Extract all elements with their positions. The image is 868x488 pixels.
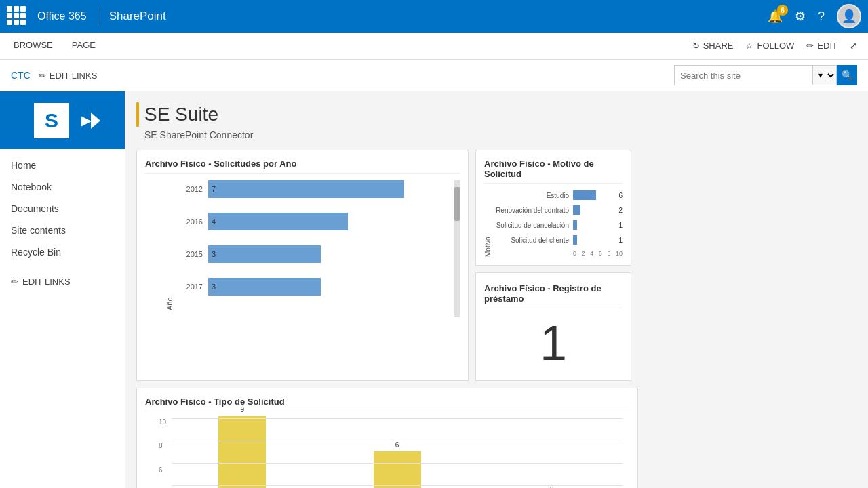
settings-icon[interactable]: ⚙ [795,9,806,24]
separator [98,7,98,26]
h-bar-2012: 7 [208,180,404,198]
follow-label: FOLLOW [757,41,794,51]
x-tick-6: 6 [599,250,602,257]
h-bar-track-2017: 3 [208,278,453,296]
h-bar-row-2016: 2016 4 [179,213,453,230]
motivo-bar-cancelacion [573,220,577,230]
chart-registro: Archivo Físico - Registro de préstamo 1 [475,272,631,381]
breadcrumb-row: CTC ✏ EDIT LINKS ▾ 🔍 [0,60,868,92]
notifications-icon[interactable]: 🔔 6 [768,9,783,24]
motivo-row-cancelacion: Solicitud de cancelación 1 [494,220,623,230]
edit-links-label: EDIT LINKS [50,70,98,81]
sidebar-item-notebook[interactable]: Notebook [0,176,125,198]
y-tick-6: 6 [159,466,166,474]
h-bar-2015: 3 [208,245,321,263]
registro-number: 1 [540,315,567,371]
top-bar: Office 365 SharePoint 🔔 6 ⚙ ? 👤 [0,0,868,33]
motivo-bar-renovacion [573,205,580,215]
share-label: SHARE [703,41,734,51]
v-bar-group-prestamo: 9 Préstamo [172,406,313,488]
h-bar-track-2015: 3 [208,245,453,263]
motivo-row-cliente: Solicitud del cliente 1 [494,235,623,245]
chart-motivo-title: Archivo Físico - Motivo de Solicitud [484,159,623,184]
sidebar-item-recycle-bin[interactable]: Recycle Bin [0,241,125,263]
h-bar-value-2015: 3 [212,250,216,258]
motivo-label-estudio: Estudio [494,192,569,199]
fullscreen-action[interactable]: ⤢ [850,41,857,51]
motivo-bars: Estudio 6 Renovación del contrato [494,190,623,257]
h-bar-value-2012: 7 [212,185,216,193]
office365-label[interactable]: Office 365 [37,10,87,22]
notifications-badge: 6 [777,5,788,16]
v-bar-copia [374,451,421,488]
breadcrumb-left: CTC ✏ EDIT LINKS [11,70,97,81]
help-icon[interactable]: ? [818,9,825,24]
sidebar-edit-links-label: EDIT LINKS [22,277,71,287]
chart-solicitudes-title: Archivo Físico - Solicitudes por Año [145,159,460,174]
search-scope-select[interactable]: ▾ [812,66,836,85]
motivo-label-cliente: Solicitud del cliente [494,237,569,244]
scroll-track [454,180,460,317]
charts-grid: Archivo Físico - Solicitudes por Año Año… [136,150,857,488]
edit-links-button[interactable]: ✏ EDIT LINKS [39,70,98,81]
h-bar-row-2012: 2012 7 [179,180,453,198]
avatar[interactable]: 👤 [837,4,861,28]
edit-action[interactable]: ✏ EDIT [806,41,837,51]
tipo-chart-wrapper: 0 2 4 6 8 10 [145,418,629,488]
search-button[interactable]: 🔍 [837,65,857,85]
y-tick-8: 8 [159,442,166,449]
share-action[interactable]: ↻ SHARE [692,41,734,51]
pencil-icon-small: ✏ [11,277,18,287]
v-bar-group-copia: 6 Copia [326,441,467,488]
content-area: SE Suite SE SharePoint Connector Archivo… [125,92,868,488]
browse-tab[interactable]: BROWSE [11,33,56,59]
follow-action[interactable]: ☆ FOLLOW [745,41,794,51]
page-subtitle: SE SharePoint Connector [144,129,857,140]
motivo-bar-wrap-estudio [573,190,612,200]
h-bar-row-2017: 2017 3 [179,278,453,296]
h-bar-label-2012: 2012 [179,185,203,193]
scroll-thumb [454,187,460,221]
search-input[interactable] [675,66,812,85]
tipo-bars-area: 9 Préstamo 6 Copia [172,418,623,488]
y-tick-10: 10 [159,418,166,426]
motivo-row-renovacion: Renovación del contrato 2 [494,205,623,215]
h-bar-label-2016: 2016 [179,218,203,226]
secondary-nav: BROWSE PAGE ↻ SHARE ☆ FOLLOW ✏ EDIT ⤢ [0,33,868,60]
motivo-y-label: Motivo [484,190,492,257]
motivo-label-renovacion: Renovación del contrato [494,207,569,214]
motivo-value-estudio: 6 [618,192,623,199]
waffle-icon[interactable] [7,6,27,26]
top-bar-right: 🔔 6 ⚙ ? 👤 [768,4,861,28]
v-y-axis: 0 2 4 6 8 10 [159,418,166,488]
h-bar-track-2012: 7 [208,180,453,198]
sidebar-item-documents[interactable]: Documents [0,198,125,220]
v-bar-val-copia: 6 [395,441,399,449]
page-tab[interactable]: PAGE [69,33,98,59]
y-axis-label: Año [165,180,174,310]
star-icon: ☆ [745,41,753,51]
page-title-wrapper: SE Suite [136,102,857,127]
chart-registro-title: Archivo Físico - Registro de préstamo [484,283,623,308]
motivo-bar-wrap-cancelacion [573,220,612,230]
motivo-y-wrap: Motivo Estudio 6 Renovación del contrato [484,190,623,257]
sidebar-item-site-contents[interactable]: Site contents [0,220,125,241]
sidebar-item-home[interactable]: Home [0,155,125,176]
motivo-label-cancelacion: Solicitud de cancelación [494,222,569,229]
breadcrumb-ctc[interactable]: CTC [11,70,31,81]
sidebar-nav: Home Notebook Documents Site contents Re… [0,149,125,268]
v-bar-prestamo [218,416,266,488]
chart-motivo: Archivo Físico - Motivo de Solicitud Mot… [475,150,631,266]
motivo-bar-wrap-cliente [573,235,612,245]
motivo-x-axis: 0 2 4 6 8 10 [494,250,623,257]
fullscreen-icon: ⤢ [850,41,857,51]
page-title: SE Suite [144,104,218,125]
sec-nav-actions: ↻ SHARE ☆ FOLLOW ✏ EDIT ⤢ [692,41,857,51]
sidebar-edit-links[interactable]: ✏ EDIT LINKS [0,271,125,292]
h-bar-2016: 4 [208,213,348,230]
sidebar: S ▶ Home Notebook Documents Site content… [0,92,125,488]
sp-logo-arrow-right: ▶ [81,113,91,128]
title-accent [136,102,139,127]
chart-tipo: Archivo Físico - Tipo de Solicitud 0 2 4… [136,388,638,488]
x-tick-0: 0 [573,250,576,257]
